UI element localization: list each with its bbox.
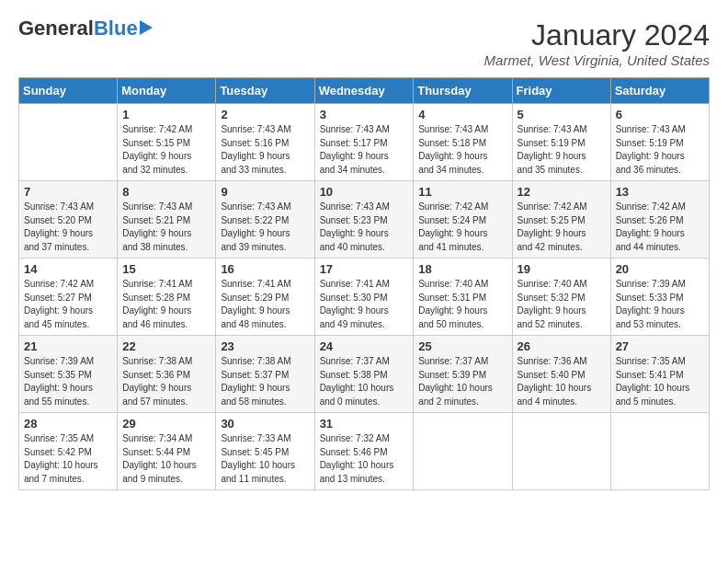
day-cell: [19, 104, 118, 181]
day-number: 17: [320, 262, 409, 276]
day-cell: 16Sunrise: 7:41 AM Sunset: 5:29 PM Dayli…: [216, 259, 314, 336]
day-cell: 4Sunrise: 7:43 AM Sunset: 5:18 PM Daylig…: [414, 104, 512, 181]
page-header: GeneralBlue January 2024 Marmet, West Vi…: [18, 18, 710, 68]
day-info: Sunrise: 7:40 AM Sunset: 5:32 PM Dayligh…: [518, 278, 606, 331]
day-info: Sunrise: 7:43 AM Sunset: 5:23 PM Dayligh…: [320, 201, 409, 254]
day-info: Sunrise: 7:37 AM Sunset: 5:39 PM Dayligh…: [418, 355, 506, 408]
day-number: 18: [418, 262, 506, 276]
logo-blue: Blue: [94, 17, 138, 40]
day-cell: 11Sunrise: 7:42 AM Sunset: 5:24 PM Dayli…: [414, 181, 512, 259]
day-number: 6: [616, 108, 704, 121]
day-number: 3: [320, 108, 409, 121]
day-cell: 3Sunrise: 7:43 AM Sunset: 5:17 PM Daylig…: [314, 104, 414, 181]
header-monday: Monday: [118, 78, 216, 104]
day-number: 5: [518, 108, 606, 121]
logo-arrow-icon: [140, 20, 153, 35]
day-number: 28: [24, 417, 112, 431]
day-cell: 25Sunrise: 7:37 AM Sunset: 5:39 PM Dayli…: [414, 336, 512, 413]
day-cell: 14Sunrise: 7:42 AM Sunset: 5:27 PM Dayli…: [19, 259, 118, 336]
day-number: 14: [24, 262, 112, 276]
day-cell: [414, 413, 512, 490]
day-cell: 13Sunrise: 7:42 AM Sunset: 5:26 PM Dayli…: [610, 181, 709, 259]
day-number: 15: [122, 262, 210, 276]
day-number: 10: [320, 185, 409, 199]
day-number: 9: [221, 185, 309, 199]
day-info: Sunrise: 7:37 AM Sunset: 5:38 PM Dayligh…: [320, 355, 409, 408]
day-cell: 6Sunrise: 7:43 AM Sunset: 5:19 PM Daylig…: [610, 104, 709, 181]
day-cell: 26Sunrise: 7:36 AM Sunset: 5:40 PM Dayli…: [512, 336, 610, 413]
calendar-table: SundayMondayTuesdayWednesdayThursdayFrid…: [18, 77, 710, 490]
day-info: Sunrise: 7:40 AM Sunset: 5:31 PM Dayligh…: [418, 278, 506, 331]
day-number: 31: [320, 417, 409, 431]
day-cell: [512, 413, 610, 490]
week-row-2: 7Sunrise: 7:43 AM Sunset: 5:20 PM Daylig…: [19, 181, 710, 259]
title-block: January 2024 Marmet, West Virginia, Unit…: [484, 18, 710, 68]
day-info: Sunrise: 7:41 AM Sunset: 5:30 PM Dayligh…: [320, 278, 409, 331]
header-friday: Friday: [512, 78, 610, 104]
header-thursday: Thursday: [414, 78, 512, 104]
day-number: 30: [221, 417, 309, 431]
day-cell: 10Sunrise: 7:43 AM Sunset: 5:23 PM Dayli…: [314, 181, 414, 259]
day-number: 12: [518, 185, 606, 199]
day-cell: 18Sunrise: 7:40 AM Sunset: 5:31 PM Dayli…: [414, 259, 512, 336]
day-info: Sunrise: 7:34 AM Sunset: 5:44 PM Dayligh…: [122, 432, 210, 486]
day-number: 25: [418, 339, 506, 353]
day-number: 23: [221, 339, 309, 353]
day-info: Sunrise: 7:38 AM Sunset: 5:37 PM Dayligh…: [221, 355, 309, 408]
day-cell: 29Sunrise: 7:34 AM Sunset: 5:44 PM Dayli…: [118, 413, 216, 490]
day-cell: 28Sunrise: 7:35 AM Sunset: 5:42 PM Dayli…: [19, 413, 118, 490]
day-cell: 15Sunrise: 7:41 AM Sunset: 5:28 PM Dayli…: [118, 259, 216, 336]
day-cell: 22Sunrise: 7:38 AM Sunset: 5:36 PM Dayli…: [118, 336, 216, 413]
day-number: 2: [221, 108, 309, 121]
day-number: 22: [122, 339, 210, 353]
day-number: 7: [24, 185, 112, 199]
day-info: Sunrise: 7:42 AM Sunset: 5:24 PM Dayligh…: [418, 201, 506, 254]
day-cell: 21Sunrise: 7:39 AM Sunset: 5:35 PM Dayli…: [19, 336, 118, 413]
week-row-1: 1Sunrise: 7:42 AM Sunset: 5:15 PM Daylig…: [19, 104, 710, 181]
day-info: Sunrise: 7:33 AM Sunset: 5:45 PM Dayligh…: [221, 432, 309, 486]
day-info: Sunrise: 7:43 AM Sunset: 5:20 PM Dayligh…: [24, 201, 112, 254]
header-sunday: Sunday: [19, 78, 118, 104]
calendar-subtitle: Marmet, West Virginia, United States: [484, 52, 710, 68]
day-cell: 9Sunrise: 7:43 AM Sunset: 5:22 PM Daylig…: [216, 181, 314, 259]
day-info: Sunrise: 7:43 AM Sunset: 5:17 PM Dayligh…: [320, 123, 409, 177]
week-row-4: 21Sunrise: 7:39 AM Sunset: 5:35 PM Dayli…: [19, 336, 710, 413]
day-info: Sunrise: 7:42 AM Sunset: 5:27 PM Dayligh…: [24, 278, 112, 331]
day-cell: [610, 413, 709, 490]
header-wednesday: Wednesday: [314, 78, 414, 104]
day-number: 11: [418, 185, 506, 199]
day-number: 4: [418, 108, 506, 121]
day-info: Sunrise: 7:39 AM Sunset: 5:35 PM Dayligh…: [24, 355, 112, 408]
day-info: Sunrise: 7:43 AM Sunset: 5:16 PM Dayligh…: [221, 123, 309, 177]
day-info: Sunrise: 7:32 AM Sunset: 5:46 PM Dayligh…: [320, 432, 409, 486]
week-row-5: 28Sunrise: 7:35 AM Sunset: 5:42 PM Dayli…: [19, 413, 710, 490]
logo-text: GeneralBlue: [18, 18, 138, 39]
day-cell: 17Sunrise: 7:41 AM Sunset: 5:30 PM Dayli…: [314, 259, 414, 336]
day-number: 27: [616, 339, 704, 353]
day-info: Sunrise: 7:43 AM Sunset: 5:19 PM Dayligh…: [616, 123, 704, 177]
day-cell: 30Sunrise: 7:33 AM Sunset: 5:45 PM Dayli…: [216, 413, 314, 490]
day-number: 24: [320, 339, 409, 353]
day-info: Sunrise: 7:36 AM Sunset: 5:40 PM Dayligh…: [518, 355, 606, 408]
day-cell: 31Sunrise: 7:32 AM Sunset: 5:46 PM Dayli…: [314, 413, 414, 490]
day-info: Sunrise: 7:43 AM Sunset: 5:18 PM Dayligh…: [418, 123, 506, 177]
header-row: SundayMondayTuesdayWednesdayThursdayFrid…: [19, 78, 710, 104]
day-cell: 20Sunrise: 7:39 AM Sunset: 5:33 PM Dayli…: [610, 259, 709, 336]
day-cell: 7Sunrise: 7:43 AM Sunset: 5:20 PM Daylig…: [19, 181, 118, 259]
day-cell: 2Sunrise: 7:43 AM Sunset: 5:16 PM Daylig…: [216, 104, 314, 181]
day-number: 20: [616, 262, 704, 276]
day-info: Sunrise: 7:35 AM Sunset: 5:41 PM Dayligh…: [616, 355, 704, 408]
day-number: 1: [122, 108, 210, 121]
day-cell: 27Sunrise: 7:35 AM Sunset: 5:41 PM Dayli…: [610, 336, 709, 413]
day-info: Sunrise: 7:42 AM Sunset: 5:25 PM Dayligh…: [518, 201, 606, 254]
day-cell: 1Sunrise: 7:42 AM Sunset: 5:15 PM Daylig…: [118, 104, 216, 181]
day-info: Sunrise: 7:42 AM Sunset: 5:15 PM Dayligh…: [122, 123, 210, 177]
day-cell: 12Sunrise: 7:42 AM Sunset: 5:25 PM Dayli…: [512, 181, 610, 259]
header-tuesday: Tuesday: [216, 78, 314, 104]
day-info: Sunrise: 7:35 AM Sunset: 5:42 PM Dayligh…: [24, 432, 112, 486]
logo: GeneralBlue: [18, 18, 153, 39]
day-number: 21: [24, 339, 112, 353]
day-cell: 19Sunrise: 7:40 AM Sunset: 5:32 PM Dayli…: [512, 259, 610, 336]
day-number: 16: [221, 262, 309, 276]
day-cell: 24Sunrise: 7:37 AM Sunset: 5:38 PM Dayli…: [314, 336, 414, 413]
